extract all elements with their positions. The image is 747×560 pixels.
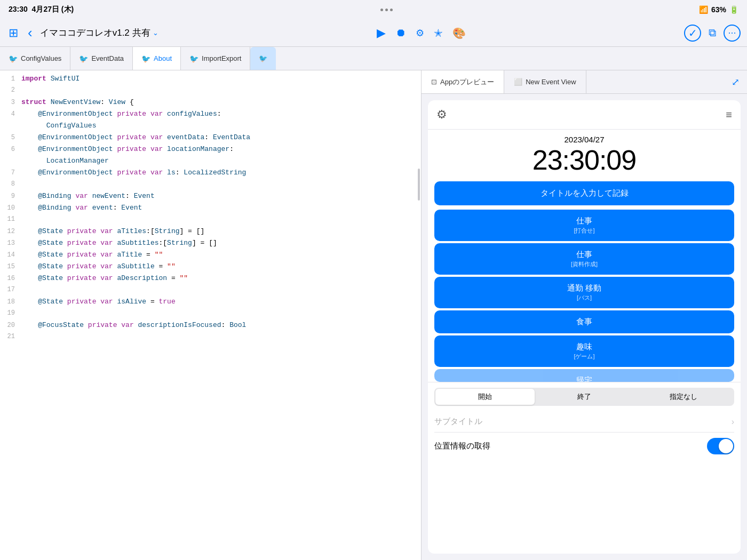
code-line: 1 import SwiftUI xyxy=(0,75,421,86)
segment-none[interactable]: 指定なし xyxy=(634,389,733,405)
tab-new-event-view[interactable]: ⬜ New Event View xyxy=(504,70,586,93)
code-line: 10 @Binding var event: Event xyxy=(0,204,421,215)
back-button[interactable]: ‹ xyxy=(26,22,35,43)
segment-end[interactable]: 終了 xyxy=(535,389,634,405)
code-line: 5 @EnvironmentObject private var eventDa… xyxy=(0,133,421,145)
preview-panel: ⊡ Appのプレビュー ⬜ New Event View ⤢ ⚙ ≡ 2023/… xyxy=(422,70,747,560)
paint-button[interactable]: 🎨 xyxy=(450,25,468,42)
copy-button[interactable]: ⧉ xyxy=(706,25,718,41)
code-line: 13 @State private var aSubtitles:[String… xyxy=(0,239,421,251)
list-icon[interactable]: ≡ xyxy=(726,109,732,121)
code-line: 8 xyxy=(0,180,421,192)
event-button-4[interactable]: 趣味 [ゲーム] xyxy=(434,335,734,367)
code-editor: 1 import SwiftUI 2 3 struct NewEventView… xyxy=(0,70,422,560)
sidebar-toggle-button[interactable]: ⊞ xyxy=(6,24,20,42)
segment-control: 開始 終了 指定なし xyxy=(434,388,734,406)
check-button[interactable]: ✓ xyxy=(684,25,701,42)
tabs-bar: 🐦 ConfigValues 🐦 EventData 🐦 About 🐦 Imp… xyxy=(0,47,747,70)
window-icon: ⬜ xyxy=(514,78,522,86)
status-bar: 23:30 4月27日 (木) 📶 63% 🔋 xyxy=(0,0,747,19)
preview-tabs: ⊡ Appのプレビュー ⬜ New Event View ⤢ xyxy=(422,70,747,94)
tab-about[interactable]: 🐦 About xyxy=(133,47,181,70)
code-line: 18 @State private var isAlive = true xyxy=(0,298,421,309)
clock-date: 2023/04/27 xyxy=(428,135,741,144)
code-line: 4 ConfigValues xyxy=(0,122,421,133)
event-button-3[interactable]: 食事 xyxy=(434,310,734,333)
app-header: ⚙ ≡ xyxy=(428,100,741,130)
location-label: 位置情報の取得 xyxy=(434,441,490,451)
preview-content: ⚙ ≡ 2023/04/27 23:30:09 タイトルを入力して記録 仕事 [… xyxy=(428,100,741,554)
tab-eventdata[interactable]: 🐦 EventData xyxy=(70,47,133,70)
event-button-1[interactable]: 仕事 [資料作成] xyxy=(434,243,734,275)
code-line: 9 @Binding var newEvent: Event xyxy=(0,192,421,204)
code-line: 19 xyxy=(0,309,421,321)
status-time: 23:30 4月27日 (木) xyxy=(9,5,74,14)
preview-tab-icon: ⊡ xyxy=(431,78,437,86)
code-line: 14 @State private var aTitle = "" xyxy=(0,251,421,262)
code-line: 6 @EnvironmentObject private var locatio… xyxy=(0,145,421,157)
editor-scrollbar[interactable] xyxy=(418,169,420,201)
code-line: 11 xyxy=(0,215,421,227)
chevron-down-icon[interactable]: ⌄ xyxy=(153,29,158,37)
title-input-button[interactable]: タイトルを入力して記録 xyxy=(434,181,734,205)
code-line: 21 xyxy=(0,333,421,345)
swift-icon-importexport: 🐦 xyxy=(189,54,198,63)
code-line: 15 @State private var aSubtitle = "" xyxy=(0,262,421,274)
star-button[interactable]: ✭ xyxy=(432,25,445,42)
event-buttons-list: 仕事 [打合せ] 仕事 [資料作成] 通勤 移動 [バス] 食事 趣味 [ゲーム… xyxy=(428,207,741,382)
location-toggle-row: 位置情報の取得 xyxy=(434,433,734,460)
more-button[interactable]: ··· xyxy=(724,25,741,42)
expand-button[interactable]: ⤢ xyxy=(724,70,747,93)
status-dots xyxy=(380,9,393,11)
bottom-controls: 開始 終了 指定なし サブタイトル › 位置情報の取得 xyxy=(428,382,741,465)
swift-icon-eventdata: 🐦 xyxy=(79,54,88,63)
chevron-right-icon: › xyxy=(732,417,734,427)
code-line: 4 @EnvironmentObject private var configV… xyxy=(0,110,421,122)
record-button[interactable]: ⏺ xyxy=(393,25,408,41)
code-line: 6 LocationManager xyxy=(0,157,421,169)
code-line: 20 @FocusState private var descriptionIs… xyxy=(0,321,421,333)
project-title: イマココデコレオv1.2 共有 ⌄ xyxy=(40,27,158,39)
swift-icon-configvalues: 🐦 xyxy=(9,54,18,63)
clock-section: 2023/04/27 23:30:09 xyxy=(428,130,741,179)
code-line: 2 xyxy=(0,86,421,98)
event-button-5[interactable]: 帰宅 xyxy=(434,369,734,382)
code-line: 7 @EnvironmentObject private var ls: Loc… xyxy=(0,169,421,180)
code-line: 3 struct NewEventView: View { xyxy=(0,98,421,110)
subtitle-row[interactable]: サブタイトル › xyxy=(434,411,734,433)
main-layout: 1 import SwiftUI 2 3 struct NewEventView… xyxy=(0,70,747,560)
play-button[interactable]: ▶ xyxy=(375,24,388,42)
segment-start[interactable]: 開始 xyxy=(435,389,535,405)
swift-icon-about: 🐦 xyxy=(141,54,150,63)
event-button-0[interactable]: 仕事 [打合せ] xyxy=(434,210,734,241)
subtitle-placeholder: サブタイトル xyxy=(434,417,482,427)
clock-time: 23:30:09 xyxy=(428,144,741,176)
code-line: 12 @State private var aTitles:[String] =… xyxy=(0,227,421,239)
status-right: 📶 63% 🔋 xyxy=(699,5,738,14)
battery-icon: 🔋 xyxy=(729,5,738,14)
battery-label: 63% xyxy=(711,5,726,14)
event-button-2[interactable]: 通勤 移動 [バス] xyxy=(434,277,734,308)
tab-importexport[interactable]: 🐦 ImportExport xyxy=(181,47,250,70)
code-lines: 1 import SwiftUI 2 3 struct NewEventView… xyxy=(0,70,421,349)
code-line: 16 @State private var aDescription = "" xyxy=(0,274,421,286)
adjust-button[interactable]: ⚙ xyxy=(414,25,426,41)
swift-icon-more: 🐦 xyxy=(259,54,267,62)
expand-icon: ⤢ xyxy=(732,76,740,88)
settings-icon[interactable]: ⚙ xyxy=(436,108,447,122)
tab-more[interactable]: 🐦 xyxy=(250,47,276,70)
tab-app-preview[interactable]: ⊡ Appのプレビュー xyxy=(422,70,504,93)
toolbar: ⊞ ‹ イマココデコレオv1.2 共有 ⌄ ▶ ⏺ ⚙ ✭ 🎨 ✓ ⧉ ··· xyxy=(0,19,747,47)
location-toggle[interactable] xyxy=(707,438,734,454)
code-line: 17 xyxy=(0,286,421,298)
tab-configvalues[interactable]: 🐦 ConfigValues xyxy=(0,47,70,70)
wifi-icon: 📶 xyxy=(699,5,708,14)
